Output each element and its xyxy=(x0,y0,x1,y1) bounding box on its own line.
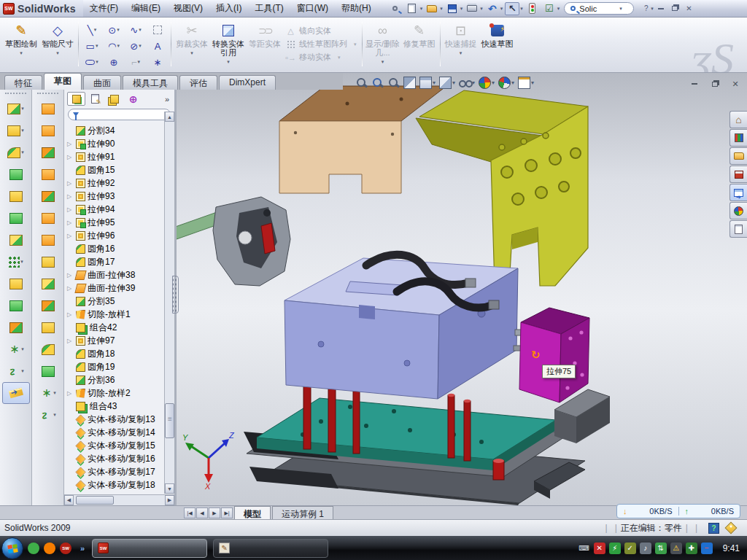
toolbar-drag-handle[interactable] xyxy=(37,93,58,95)
toolbar-drag-handle[interactable] xyxy=(5,93,26,95)
tab-nav-button-item-1[interactable]: ◀ xyxy=(196,508,208,518)
menu-item-item-1[interactable]: 编辑(E) xyxy=(125,0,167,17)
close-button[interactable]: ✕ xyxy=(683,3,695,14)
feature-tool-fillet[interactable]: ▾ xyxy=(2,141,30,163)
tree-item[interactable]: ▷ 实体-移动/复制17 xyxy=(66,465,164,478)
rapid-sketch-button[interactable]: 快速草图 xyxy=(479,19,516,69)
surface-tool-filled-surface[interactable] xyxy=(34,185,62,207)
expand-arrow-icon[interactable]: ▷ xyxy=(67,206,74,213)
tree-item[interactable]: ▷ 实体-移动/复制18 xyxy=(66,478,164,491)
menu-item-item-6[interactable]: 帮助(H) xyxy=(335,0,378,17)
feature-tool-extruded-boss-base[interactable]: ▾ xyxy=(2,98,30,120)
expand-arrow-icon[interactable]: ▷ xyxy=(67,233,74,239)
sketch-tool-point[interactable]: ∗ xyxy=(147,54,169,70)
save-button[interactable] xyxy=(445,2,460,15)
pin-toolbar-button[interactable] xyxy=(388,2,403,15)
tree-item[interactable]: ▷ 曲面-拉伸39 xyxy=(66,281,164,295)
hud-button-display-style[interactable] xyxy=(438,76,456,90)
tray-icon-update-manager[interactable]: ✓ xyxy=(624,542,636,554)
tree-item[interactable]: ▷ 拉伸90 xyxy=(66,137,164,150)
new-document-button[interactable] xyxy=(405,2,419,15)
part-top-clamp-front-face[interactable] xyxy=(279,121,401,193)
hud-button-section-view[interactable] xyxy=(403,76,417,90)
tab-nav-button-item-2[interactable]: ▶ xyxy=(209,508,220,518)
tree-item[interactable]: ▷ 分割36 xyxy=(66,373,164,386)
print-button[interactable] xyxy=(465,2,479,15)
menu-item-item-2[interactable]: 视图(V) xyxy=(167,0,209,17)
task-pane-button-solidworks-resources[interactable]: ⌂ xyxy=(729,111,747,128)
tree-item[interactable]: ▷ 组合43 xyxy=(66,400,164,413)
feature-tool-draft[interactable] xyxy=(2,229,30,251)
surface-tool-replace-face[interactable] xyxy=(34,316,62,338)
feature-tool-chamfer[interactable] xyxy=(2,163,30,185)
doc-minimize-button[interactable] xyxy=(689,79,700,89)
start-button[interactable] xyxy=(1,537,23,559)
sketch-tool-corner-rectangle[interactable]: ▭▾ xyxy=(81,38,103,54)
feature-tool-revolved-boss[interactable] xyxy=(2,185,30,207)
quick-launch-icon-solidworks-launcher[interactable]: SW xyxy=(60,542,71,554)
surface-tool-planar-surface[interactable] xyxy=(34,229,62,251)
tray-icon-sync-status[interactable]: − xyxy=(701,542,713,554)
tree-item[interactable]: ▷ 圆角19 xyxy=(66,360,164,373)
tab-feature-manager[interactable] xyxy=(67,92,85,106)
task-pane-button-toolbox[interactable] xyxy=(729,166,747,183)
tree-item[interactable]: ▷ 圆角16 xyxy=(66,242,164,255)
tree-horizontal-scrollbar[interactable]: ◀ ▶ xyxy=(64,494,174,505)
sketch-tool-circle[interactable]: ⊙▾ xyxy=(103,22,125,38)
scrollbar-thumb[interactable] xyxy=(76,496,114,505)
task-pane-button-view-palette[interactable] xyxy=(729,184,747,201)
surface-tool-curve-through-points[interactable]: ▾ xyxy=(34,404,62,426)
part-slide-front-face[interactable] xyxy=(519,322,561,402)
tree-item[interactable]: ▷ 实体-移动/复制15 xyxy=(66,439,164,452)
menu-item-item-0[interactable]: 文件(F) xyxy=(83,0,125,17)
hud-button-zoom-area[interactable] xyxy=(371,76,384,90)
tree-item[interactable]: ▷ 拉伸96 xyxy=(66,229,164,242)
surface-tool-lofted-surface[interactable] xyxy=(34,141,62,163)
expand-arrow-icon[interactable]: ▷ xyxy=(67,272,74,279)
taskbar-window-button[interactable]: ✎ xyxy=(213,539,328,558)
convert-entities-button[interactable]: 转换实体引用 ▾ xyxy=(210,19,247,69)
menu-item-item-4[interactable]: 工具(T) xyxy=(248,0,290,17)
tray-icon-keyboard[interactable]: ⌨ xyxy=(578,542,590,554)
tree-item[interactable]: ▷ 拉伸97 xyxy=(66,334,164,347)
panel-splitter-grip[interactable] xyxy=(172,276,179,314)
restore-button[interactable] xyxy=(669,3,681,14)
search-input[interactable] xyxy=(578,4,619,14)
tray-icon-volume[interactable]: ♪ xyxy=(640,542,651,554)
command-tab[interactable]: 曲面 xyxy=(83,75,121,90)
hud-button-appearances[interactable] xyxy=(478,76,495,90)
surface-tool-revolved-surface[interactable] xyxy=(34,120,62,141)
surface-tool-offset-surface[interactable] xyxy=(34,207,62,229)
document-tab[interactable]: 运动算例 1 xyxy=(272,506,333,519)
sketch-button[interactable]: ✎ 草图绘制 ▾ xyxy=(3,19,39,69)
surface-tool-knit-surface[interactable] xyxy=(34,273,62,295)
expand-arrow-icon[interactable]: ▷ xyxy=(67,180,74,187)
hud-button-previous-view[interactable] xyxy=(387,76,400,90)
task-pane-button-file-explorer[interactable] xyxy=(729,147,747,165)
scroll-up-button[interactable]: ▲ xyxy=(165,112,174,122)
scroll-left-button[interactable]: ◀ xyxy=(64,495,74,505)
tree-item[interactable]: ▷ 切除-放样1 xyxy=(66,308,164,321)
quick-tips-help-button[interactable]: ? xyxy=(708,523,719,534)
tree-item[interactable]: ▷ 圆角17 xyxy=(66,255,164,268)
feature-tool-combine[interactable] xyxy=(2,295,30,316)
search-box[interactable]: ▾ xyxy=(564,2,634,15)
tree-item[interactable]: ▷ 拉伸91 xyxy=(66,150,164,163)
tree-item[interactable]: ▷ 拉伸92 xyxy=(66,176,164,190)
tray-icon-wireless-warning[interactable]: ⚠ xyxy=(670,542,682,554)
tab-dimxpert-manager[interactable]: ⊕ xyxy=(124,92,142,106)
task-pane-button-appearances-scenes[interactable] xyxy=(729,202,747,219)
repair-sketch-button[interactable]: ✎ 修复草图 xyxy=(401,19,438,69)
search-dropdown-arrow[interactable]: ▾ xyxy=(619,6,622,12)
surface-tool-boundary-surface[interactable] xyxy=(34,163,62,185)
tab-configuration-manager[interactable] xyxy=(105,92,123,106)
feature-tool-reference-curve[interactable]: ▾ xyxy=(2,338,30,360)
menu-item-item-3[interactable]: 插入(I) xyxy=(209,0,248,17)
help-dropdown-arrow[interactable]: ▾ xyxy=(651,6,654,12)
feature-tool-mirror[interactable] xyxy=(2,273,30,295)
tray-icon-antivirus[interactable]: ✕ xyxy=(594,542,605,554)
display-delete-relations-button[interactable]: ∞ 显示/删除几... ▾ xyxy=(365,19,401,69)
tree-filter-box[interactable] xyxy=(68,109,171,120)
menu-item-item-5[interactable]: 窗口(W) xyxy=(290,0,335,17)
expand-arrow-icon[interactable]: ▷ xyxy=(67,193,74,200)
